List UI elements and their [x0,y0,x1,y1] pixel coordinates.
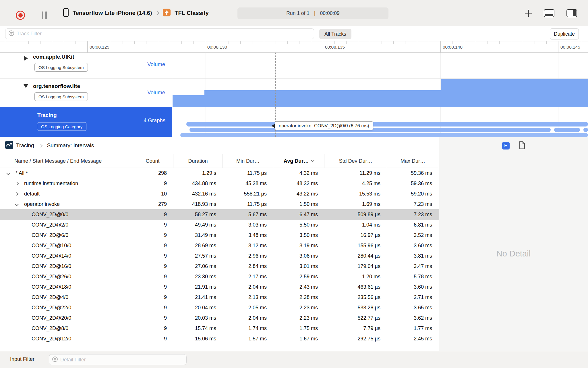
toggle-right-pane-button[interactable] [566,9,577,17]
row-std-dev-duration: 179.04 µs [324,263,387,269]
row-max-duration: 2.45 ms [387,336,439,342]
interval-lane [186,122,588,126]
track-filter-field[interactable] [5,28,314,39]
record-button[interactable] [16,11,25,20]
table-row[interactable]: runtime instrumentation 9 434.88 ms 45.2… [0,178,439,189]
column-header-max-dur[interactable]: Max Dur… [387,154,439,168]
table-row[interactable]: operator invoke 279 418.93 ms 11.75 µs 1… [0,199,439,209]
table-row[interactable]: CONV_2D@18/0 9 21.91 ms 2.04 ms 2.43 ms … [0,282,439,292]
interval-lane [583,128,588,132]
column-header-name[interactable]: Name / Start Message / End Message [0,154,132,168]
document-icon[interactable] [519,141,525,150]
table-row[interactable]: CONV_2D@0/0 9 58.27 ms 5.67 ms 6.47 ms 5… [0,209,439,220]
column-header-min-dur[interactable]: Min Dur… [223,154,273,168]
column-header-count[interactable]: Count [132,154,173,168]
row-min-duration: 2.84 ms [223,263,273,269]
track-name: com.apple.UIKit [33,54,74,60]
row-count: 9 [132,263,173,269]
row-std-dev-duration: 1.20 ms [324,274,387,280]
table-row[interactable]: CONV_2D@14/0 9 27.57 ms 2.96 ms 3.06 ms … [0,251,439,261]
row-duration: 21.91 ms [173,284,223,290]
row-min-duration: 11.75 µs [223,201,273,207]
row-std-dev-duration: 15.53 ms [324,191,387,197]
table-row[interactable]: CONV_2D@4/0 9 21.41 ms 2.13 ms 2.38 ms 2… [0,292,439,302]
toggle-bottom-pane-button[interactable] [544,9,554,17]
tracks-area: com.apple.UIKit OS Logging Subsystem Vol… [0,53,588,137]
bottom-pane-icon [545,14,553,16]
row-count: 9 [132,212,173,218]
table-row[interactable]: CONV_2D@16/0 9 27.06 ms 2.84 ms 3.01 ms … [0,261,439,271]
duplicate-button[interactable]: Duplicate [550,28,579,39]
row-name: CONV_2D@22/0 [32,305,71,311]
row-min-duration: 3.12 ms [223,243,273,249]
detail-filter-field[interactable] [49,354,187,365]
row-duration: 432.16 ms [173,191,223,197]
table-row[interactable]: CONV_2D@22/0 9 20.04 ms 2.05 ms 2.23 ms … [0,302,439,313]
app-selector[interactable]: TFL Classify [175,10,209,16]
row-max-duration: 3.65 ms [387,305,439,311]
row-disclosure-icon[interactable] [7,172,16,175]
disclosure-triangle-icon[interactable] [24,56,28,61]
volume-chart-segment [204,90,441,107]
row-name: runtime instrumentation [24,181,78,187]
row-disclosure-icon[interactable] [16,182,24,185]
row-std-dev-duration: 4.25 ms [324,181,387,187]
timeline-ruler[interactable]: 00:08.12500:08.13000:08.13500:08.14000:0… [0,41,588,53]
table-row[interactable]: CONV_2D@6/0 9 31.49 ms 3.48 ms 3.50 ms 1… [0,230,439,240]
column-header-std-dev-dur[interactable]: Std Dev Dur… [324,154,387,168]
table-row[interactable]: CONV_2D@12/0 9 15.06 ms 1.57 ms 1.67 ms … [0,334,439,344]
add-instrument-button[interactable] [525,10,532,17]
table-row[interactable]: CONV_2D@26/0 9 23.30 ms 2.17 ms 2.59 ms … [0,271,439,282]
table-header: Name / Start Message / End Message Count… [0,154,439,168]
row-duration: 418.93 ms [173,201,223,207]
track-com-apple-uikit[interactable]: com.apple.UIKit OS Logging Subsystem Vol… [0,53,588,78]
row-name: CONV_2D@10/0 [32,243,71,249]
run-label: Run 1 of 1 [286,10,310,16]
row-min-duration: 558.21 µs [223,191,273,197]
row-duration: 20.03 ms [173,315,223,321]
table-row[interactable]: CONV_2D@2/0 9 49.49 ms 3.03 ms 5.50 ms 1… [0,220,439,230]
row-avg-duration: 2.38 ms [273,294,324,300]
disclosure-triangle-icon[interactable] [24,84,28,88]
row-name: CONV_2D@16/0 [32,263,71,269]
row-duration: 23.30 ms [173,274,223,280]
table-row[interactable]: * All * 298 1.29 s 11.75 µs 4.32 ms 11.2… [0,168,439,178]
row-max-duration: 3.60 ms [387,284,439,290]
row-max-duration: 3.62 ms [387,315,439,321]
row-avg-duration: 3.19 ms [273,243,324,249]
table-row[interactable]: CONV_2D@8/0 9 15.74 ms 1.74 ms 1.75 ms 7… [0,323,439,334]
all-tracks-button[interactable]: All Tracks [319,29,351,39]
row-std-dev-duration: 7.79 µs [324,325,387,331]
iphone-icon [63,8,69,18]
row-min-duration: 2.04 ms [223,284,273,290]
track-filter-input[interactable] [17,31,311,37]
table-row[interactable]: CONV_2D@10/0 9 28.69 ms 3.12 ms 3.19 ms … [0,240,439,251]
row-count: 9 [132,232,173,238]
row-max-duration: 3.60 ms [387,243,439,249]
row-disclosure-icon[interactable] [16,193,24,195]
column-header-duration[interactable]: Duration [173,154,223,168]
track-filter-bar: All Tracks Duplicate [0,26,588,41]
row-disclosure-icon[interactable] [16,203,24,206]
row-max-duration: 1.77 ms [387,325,439,331]
pause-button[interactable] [42,12,47,19]
extended-detail-button[interactable]: E [502,142,510,150]
row-avg-duration: 1.50 ms [273,201,324,207]
breadcrumb-item-tracing[interactable]: Tracing [16,142,34,149]
table-row[interactable]: default 10 432.16 ms 558.21 µs 43.22 ms … [0,189,439,199]
row-min-duration: 45.28 ms [223,181,273,187]
row-name: CONV_2D@12/0 [32,336,71,342]
device-selector[interactable]: Tensorflow Lite iPhone (14.6) [73,10,152,16]
no-detail-message: No Detail [496,249,531,258]
detail-filter-input[interactable] [60,357,183,363]
table-row[interactable]: CONV_2D@20/0 9 20.03 ms 2.04 ms 2.23 ms … [0,313,439,323]
interval-lane [180,133,588,137]
ruler-timestamp: 00:08.130 [207,45,227,50]
row-std-dev-duration: 522.77 µs [324,315,387,321]
column-header-avg-dur[interactable]: Avg Dur… [273,154,324,168]
track-meta-label: Volume [147,89,165,96]
row-std-dev-duration: 1.69 ms [324,201,387,207]
breadcrumb-item-summary[interactable]: Summary: Intervals [47,142,94,149]
row-avg-duration: 2.43 ms [273,284,324,290]
input-filter-selector[interactable]: Input Filter [10,356,34,362]
